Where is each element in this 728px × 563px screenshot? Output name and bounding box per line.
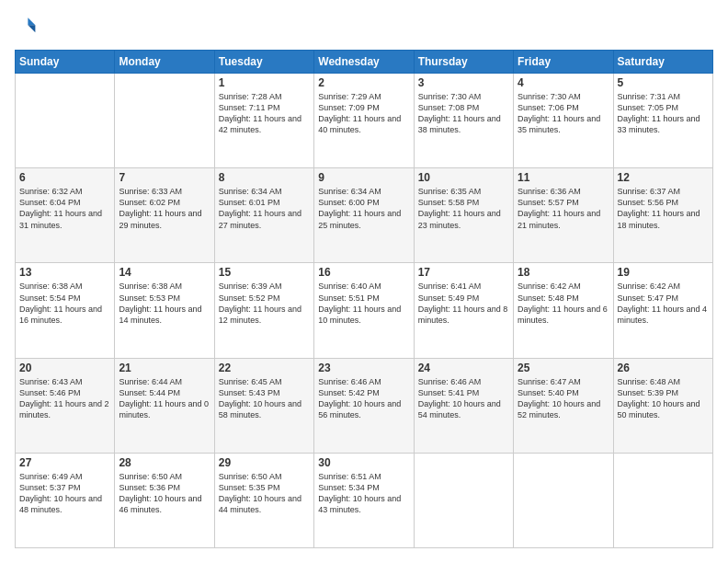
cell-content: Sunrise: 6:43 AM Sunset: 5:46 PM Dayligh… bbox=[19, 376, 110, 421]
day-number: 9 bbox=[318, 171, 409, 184]
calendar-cell: 3Sunrise: 7:30 AM Sunset: 7:08 PM Daylig… bbox=[414, 74, 513, 168]
calendar-cell: 9Sunrise: 6:34 AM Sunset: 6:00 PM Daylig… bbox=[314, 168, 414, 263]
day-number: 5 bbox=[618, 76, 709, 89]
calendar-table: SundayMondayTuesdayWednesdayThursdayFrid… bbox=[15, 50, 713, 548]
day-number: 18 bbox=[518, 266, 609, 279]
calendar-cell: 5Sunrise: 7:31 AM Sunset: 7:05 PM Daylig… bbox=[613, 74, 712, 168]
calendar-cell: 18Sunrise: 6:42 AM Sunset: 5:48 PM Dayli… bbox=[514, 263, 613, 358]
day-number: 28 bbox=[119, 456, 210, 469]
cell-content: Sunrise: 6:38 AM Sunset: 5:53 PM Dayligh… bbox=[119, 281, 210, 326]
day-number: 25 bbox=[518, 362, 609, 374]
day-number: 24 bbox=[418, 362, 509, 374]
calendar-cell: 27Sunrise: 6:49 AM Sunset: 5:37 PM Dayli… bbox=[16, 453, 115, 547]
cell-content: Sunrise: 6:48 AM Sunset: 5:39 PM Dayligh… bbox=[618, 376, 709, 421]
day-number: 13 bbox=[19, 266, 110, 279]
day-number: 29 bbox=[219, 456, 310, 469]
svg-marker-0 bbox=[28, 17, 35, 25]
calendar-cell bbox=[613, 453, 712, 547]
header bbox=[15, 15, 713, 40]
calendar-header-wednesday: Wednesday bbox=[314, 51, 414, 74]
cell-content: Sunrise: 7:31 AM Sunset: 7:05 PM Dayligh… bbox=[618, 91, 709, 136]
calendar-cell: 7Sunrise: 6:33 AM Sunset: 6:02 PM Daylig… bbox=[115, 168, 214, 263]
cell-content: Sunrise: 6:36 AM Sunset: 5:57 PM Dayligh… bbox=[518, 186, 609, 231]
calendar-cell: 12Sunrise: 6:37 AM Sunset: 5:56 PM Dayli… bbox=[613, 168, 712, 263]
cell-content: Sunrise: 6:45 AM Sunset: 5:43 PM Dayligh… bbox=[219, 376, 310, 421]
day-number: 21 bbox=[119, 362, 210, 374]
cell-content: Sunrise: 6:39 AM Sunset: 5:52 PM Dayligh… bbox=[219, 281, 310, 326]
cell-content: Sunrise: 6:42 AM Sunset: 5:47 PM Dayligh… bbox=[618, 281, 709, 326]
calendar-header-saturday: Saturday bbox=[613, 51, 712, 74]
cell-content: Sunrise: 6:40 AM Sunset: 5:51 PM Dayligh… bbox=[318, 281, 409, 326]
calendar-cell: 11Sunrise: 6:36 AM Sunset: 5:57 PM Dayli… bbox=[514, 168, 613, 263]
day-number: 23 bbox=[318, 362, 409, 374]
calendar-cell bbox=[514, 453, 613, 547]
day-number: 19 bbox=[618, 266, 709, 279]
calendar-cell: 13Sunrise: 6:38 AM Sunset: 5:54 PM Dayli… bbox=[16, 263, 115, 358]
calendar-cell: 30Sunrise: 6:51 AM Sunset: 5:34 PM Dayli… bbox=[314, 453, 414, 547]
calendar-cell: 1Sunrise: 7:28 AM Sunset: 7:11 PM Daylig… bbox=[214, 74, 313, 168]
cell-content: Sunrise: 7:28 AM Sunset: 7:11 PM Dayligh… bbox=[219, 91, 310, 136]
day-number: 17 bbox=[418, 266, 509, 279]
cell-content: Sunrise: 6:41 AM Sunset: 5:49 PM Dayligh… bbox=[418, 281, 509, 326]
day-number: 12 bbox=[618, 171, 709, 184]
calendar-header-tuesday: Tuesday bbox=[214, 51, 313, 74]
day-number: 26 bbox=[618, 362, 709, 374]
cell-content: Sunrise: 6:46 AM Sunset: 5:41 PM Dayligh… bbox=[418, 376, 509, 421]
calendar-header-row: SundayMondayTuesdayWednesdayThursdayFrid… bbox=[16, 51, 713, 74]
day-number: 4 bbox=[518, 76, 609, 89]
day-number: 14 bbox=[119, 266, 210, 279]
day-number: 20 bbox=[19, 362, 110, 374]
calendar-header-thursday: Thursday bbox=[414, 51, 513, 74]
calendar-cell: 24Sunrise: 6:46 AM Sunset: 5:41 PM Dayli… bbox=[414, 358, 513, 453]
calendar-cell: 10Sunrise: 6:35 AM Sunset: 5:58 PM Dayli… bbox=[414, 168, 513, 263]
svg-marker-1 bbox=[28, 25, 35, 32]
cell-content: Sunrise: 6:34 AM Sunset: 6:01 PM Dayligh… bbox=[219, 186, 310, 231]
logo-icon bbox=[15, 15, 37, 37]
calendar-cell: 25Sunrise: 6:47 AM Sunset: 5:40 PM Dayli… bbox=[514, 358, 613, 453]
cell-content: Sunrise: 6:46 AM Sunset: 5:42 PM Dayligh… bbox=[318, 376, 409, 421]
page: SundayMondayTuesdayWednesdayThursdayFrid… bbox=[0, 0, 728, 563]
calendar-cell: 6Sunrise: 6:32 AM Sunset: 6:04 PM Daylig… bbox=[16, 168, 115, 263]
calendar-cell: 21Sunrise: 6:44 AM Sunset: 5:44 PM Dayli… bbox=[115, 358, 214, 453]
day-number: 1 bbox=[219, 76, 310, 89]
calendar-cell bbox=[414, 453, 513, 547]
calendar-cell: 20Sunrise: 6:43 AM Sunset: 5:46 PM Dayli… bbox=[16, 358, 115, 453]
calendar-cell: 16Sunrise: 6:40 AM Sunset: 5:51 PM Dayli… bbox=[314, 263, 414, 358]
calendar-cell bbox=[115, 74, 214, 168]
calendar-cell bbox=[16, 74, 115, 168]
cell-content: Sunrise: 6:51 AM Sunset: 5:34 PM Dayligh… bbox=[318, 471, 409, 516]
day-number: 27 bbox=[19, 456, 110, 469]
calendar-cell: 4Sunrise: 7:30 AM Sunset: 7:06 PM Daylig… bbox=[514, 74, 613, 168]
cell-content: Sunrise: 7:30 AM Sunset: 7:08 PM Dayligh… bbox=[418, 91, 509, 136]
cell-content: Sunrise: 6:35 AM Sunset: 5:58 PM Dayligh… bbox=[418, 186, 509, 231]
calendar-cell: 26Sunrise: 6:48 AM Sunset: 5:39 PM Dayli… bbox=[613, 358, 712, 453]
day-number: 15 bbox=[219, 266, 310, 279]
day-number: 6 bbox=[19, 171, 110, 184]
cell-content: Sunrise: 6:44 AM Sunset: 5:44 PM Dayligh… bbox=[119, 376, 210, 421]
calendar-cell: 14Sunrise: 6:38 AM Sunset: 5:53 PM Dayli… bbox=[115, 263, 214, 358]
calendar-cell: 22Sunrise: 6:45 AM Sunset: 5:43 PM Dayli… bbox=[214, 358, 313, 453]
logo bbox=[15, 15, 39, 40]
calendar-cell: 15Sunrise: 6:39 AM Sunset: 5:52 PM Dayli… bbox=[214, 263, 313, 358]
cell-content: Sunrise: 6:37 AM Sunset: 5:56 PM Dayligh… bbox=[618, 186, 709, 231]
calendar-week-3: 13Sunrise: 6:38 AM Sunset: 5:54 PM Dayli… bbox=[16, 263, 713, 358]
day-number: 8 bbox=[219, 171, 310, 184]
cell-content: Sunrise: 6:42 AM Sunset: 5:48 PM Dayligh… bbox=[518, 281, 609, 326]
day-number: 2 bbox=[318, 76, 409, 89]
day-number: 30 bbox=[318, 456, 409, 469]
calendar-cell: 8Sunrise: 6:34 AM Sunset: 6:01 PM Daylig… bbox=[214, 168, 313, 263]
calendar-cell: 2Sunrise: 7:29 AM Sunset: 7:09 PM Daylig… bbox=[314, 74, 414, 168]
cell-content: Sunrise: 6:34 AM Sunset: 6:00 PM Dayligh… bbox=[318, 186, 409, 231]
cell-content: Sunrise: 6:33 AM Sunset: 6:02 PM Dayligh… bbox=[119, 186, 210, 231]
day-number: 11 bbox=[518, 171, 609, 184]
calendar-cell: 28Sunrise: 6:50 AM Sunset: 5:36 PM Dayli… bbox=[115, 453, 214, 547]
calendar-cell: 29Sunrise: 6:50 AM Sunset: 5:35 PM Dayli… bbox=[214, 453, 313, 547]
cell-content: Sunrise: 6:50 AM Sunset: 5:36 PM Dayligh… bbox=[119, 471, 210, 516]
calendar-week-1: 1Sunrise: 7:28 AM Sunset: 7:11 PM Daylig… bbox=[16, 74, 713, 168]
cell-content: Sunrise: 6:38 AM Sunset: 5:54 PM Dayligh… bbox=[19, 281, 110, 326]
day-number: 10 bbox=[418, 171, 509, 184]
day-number: 16 bbox=[318, 266, 409, 279]
cell-content: Sunrise: 7:30 AM Sunset: 7:06 PM Dayligh… bbox=[518, 91, 609, 136]
calendar-header-monday: Monday bbox=[115, 51, 214, 74]
calendar-week-4: 20Sunrise: 6:43 AM Sunset: 5:46 PM Dayli… bbox=[16, 358, 713, 453]
